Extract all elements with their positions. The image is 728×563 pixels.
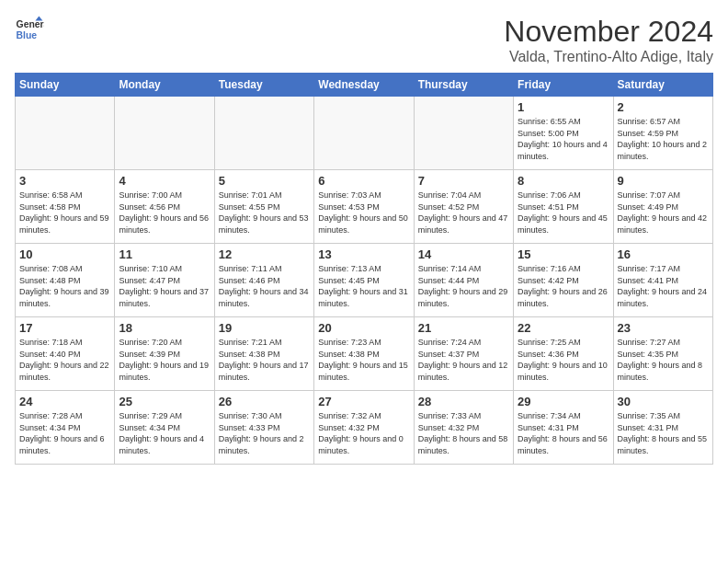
weekday-header-thursday: Thursday [414, 74, 513, 97]
day-number: 6 [318, 174, 409, 188]
day-info: Sunrise: 7:32 AM Sunset: 4:32 PM Dayligh… [318, 410, 409, 456]
calendar-cell: 14Sunrise: 7:14 AM Sunset: 4:44 PM Dayli… [414, 244, 513, 317]
weekday-header-row: SundayMondayTuesdayWednesdayThursdayFrid… [16, 74, 713, 97]
day-number: 17 [19, 321, 110, 335]
header: General Blue November 2024 Valda, Trenti… [15, 15, 713, 65]
day-info: Sunrise: 7:00 AM Sunset: 4:56 PM Dayligh… [119, 190, 210, 236]
day-number: 28 [418, 395, 509, 408]
location-title: Valda, Trentino-Alto Adige, Italy [504, 49, 713, 65]
day-info: Sunrise: 7:04 AM Sunset: 4:52 PM Dayligh… [418, 190, 509, 236]
day-info: Sunrise: 7:10 AM Sunset: 4:47 PM Dayligh… [119, 263, 210, 309]
day-info: Sunrise: 7:33 AM Sunset: 4:32 PM Dayligh… [418, 410, 509, 456]
day-info: Sunrise: 6:55 AM Sunset: 5:00 PM Dayligh… [518, 116, 609, 162]
day-info: Sunrise: 7:28 AM Sunset: 4:34 PM Dayligh… [19, 410, 110, 456]
calendar-cell: 25Sunrise: 7:29 AM Sunset: 4:34 PM Dayli… [115, 391, 214, 465]
calendar-cell: 22Sunrise: 7:25 AM Sunset: 4:36 PM Dayli… [514, 317, 613, 391]
day-number: 23 [618, 321, 709, 335]
calendar-cell: 24Sunrise: 7:28 AM Sunset: 4:34 PM Dayli… [16, 391, 115, 465]
day-info: Sunrise: 7:07 AM Sunset: 4:49 PM Dayligh… [618, 190, 709, 236]
day-number: 14 [418, 247, 509, 261]
day-number: 24 [19, 395, 110, 408]
calendar-cell: 20Sunrise: 7:23 AM Sunset: 4:38 PM Dayli… [314, 317, 414, 391]
calendar-cell: 2Sunrise: 6:57 AM Sunset: 4:59 PM Daylig… [613, 97, 712, 170]
day-number: 29 [518, 395, 609, 408]
day-number: 12 [219, 247, 310, 261]
day-info: Sunrise: 7:08 AM Sunset: 4:48 PM Dayligh… [19, 263, 110, 309]
day-info: Sunrise: 7:06 AM Sunset: 4:51 PM Dayligh… [518, 190, 609, 236]
calendar-cell: 8Sunrise: 7:06 AM Sunset: 4:51 PM Daylig… [514, 170, 613, 244]
day-info: Sunrise: 6:57 AM Sunset: 4:59 PM Dayligh… [618, 116, 709, 162]
day-info: Sunrise: 7:03 AM Sunset: 4:53 PM Dayligh… [318, 190, 409, 236]
day-number: 2 [618, 100, 709, 114]
calendar-cell [414, 97, 513, 170]
calendar-cell: 27Sunrise: 7:32 AM Sunset: 4:32 PM Dayli… [314, 391, 414, 465]
calendar-cell: 18Sunrise: 7:20 AM Sunset: 4:39 PM Dayli… [115, 317, 214, 391]
day-number: 30 [618, 395, 709, 408]
day-info: Sunrise: 7:11 AM Sunset: 4:46 PM Dayligh… [219, 263, 310, 309]
calendar-cell: 15Sunrise: 7:16 AM Sunset: 4:42 PM Dayli… [514, 244, 613, 317]
day-info: Sunrise: 7:16 AM Sunset: 4:42 PM Dayligh… [518, 263, 609, 309]
calendar-cell [115, 97, 214, 170]
week-row-1: 3Sunrise: 6:58 AM Sunset: 4:58 PM Daylig… [16, 170, 713, 244]
calendar-cell [314, 97, 414, 170]
logo: General Blue [15, 15, 44, 44]
calendar-cell [16, 97, 115, 170]
day-number: 13 [318, 247, 409, 261]
day-info: Sunrise: 7:13 AM Sunset: 4:45 PM Dayligh… [318, 263, 409, 309]
day-info: Sunrise: 7:24 AM Sunset: 4:37 PM Dayligh… [418, 337, 509, 383]
calendar-cell: 10Sunrise: 7:08 AM Sunset: 4:48 PM Dayli… [16, 244, 115, 317]
calendar-cell: 3Sunrise: 6:58 AM Sunset: 4:58 PM Daylig… [16, 170, 115, 244]
day-info: Sunrise: 7:25 AM Sunset: 4:36 PM Dayligh… [518, 337, 609, 383]
calendar-cell: 21Sunrise: 7:24 AM Sunset: 4:37 PM Dayli… [414, 317, 513, 391]
calendar-cell: 23Sunrise: 7:27 AM Sunset: 4:35 PM Dayli… [613, 317, 712, 391]
calendar-cell: 11Sunrise: 7:10 AM Sunset: 4:47 PM Dayli… [115, 244, 214, 317]
week-row-2: 10Sunrise: 7:08 AM Sunset: 4:48 PM Dayli… [16, 244, 713, 317]
day-info: Sunrise: 7:17 AM Sunset: 4:41 PM Dayligh… [618, 263, 709, 309]
day-number: 19 [219, 321, 310, 335]
month-title: November 2024 [504, 15, 713, 49]
day-number: 3 [19, 174, 110, 188]
calendar-cell: 6Sunrise: 7:03 AM Sunset: 4:53 PM Daylig… [314, 170, 414, 244]
day-number: 4 [119, 174, 210, 188]
title-block: November 2024 Valda, Trentino-Alto Adige… [504, 15, 713, 65]
calendar-cell: 1Sunrise: 6:55 AM Sunset: 5:00 PM Daylig… [514, 97, 613, 170]
day-info: Sunrise: 7:34 AM Sunset: 4:31 PM Dayligh… [518, 410, 609, 456]
day-number: 5 [219, 174, 310, 188]
week-row-0: 1Sunrise: 6:55 AM Sunset: 5:00 PM Daylig… [16, 97, 713, 170]
calendar-cell: 12Sunrise: 7:11 AM Sunset: 4:46 PM Dayli… [214, 244, 313, 317]
weekday-header-tuesday: Tuesday [214, 74, 313, 97]
day-number: 21 [418, 321, 509, 335]
day-number: 8 [518, 174, 609, 188]
day-info: Sunrise: 7:20 AM Sunset: 4:39 PM Dayligh… [119, 337, 210, 383]
weekday-header-sunday: Sunday [16, 74, 115, 97]
calendar-cell [214, 97, 313, 170]
day-number: 7 [418, 174, 509, 188]
day-number: 1 [518, 100, 609, 114]
weekday-header-friday: Friday [514, 74, 613, 97]
weekday-header-wednesday: Wednesday [314, 74, 414, 97]
day-number: 11 [119, 247, 210, 261]
day-info: Sunrise: 7:18 AM Sunset: 4:40 PM Dayligh… [19, 337, 110, 383]
day-info: Sunrise: 7:29 AM Sunset: 4:34 PM Dayligh… [119, 410, 210, 456]
calendar-cell: 5Sunrise: 7:01 AM Sunset: 4:55 PM Daylig… [214, 170, 313, 244]
calendar-cell: 4Sunrise: 7:00 AM Sunset: 4:56 PM Daylig… [115, 170, 214, 244]
calendar-cell: 30Sunrise: 7:35 AM Sunset: 4:31 PM Dayli… [613, 391, 712, 465]
day-info: Sunrise: 7:30 AM Sunset: 4:33 PM Dayligh… [219, 410, 310, 456]
calendar-cell: 29Sunrise: 7:34 AM Sunset: 4:31 PM Dayli… [514, 391, 613, 465]
week-row-4: 24Sunrise: 7:28 AM Sunset: 4:34 PM Dayli… [16, 391, 713, 465]
day-number: 10 [19, 247, 110, 261]
day-info: Sunrise: 7:21 AM Sunset: 4:38 PM Dayligh… [219, 337, 310, 383]
calendar-cell: 26Sunrise: 7:30 AM Sunset: 4:33 PM Dayli… [214, 391, 313, 465]
day-info: Sunrise: 7:27 AM Sunset: 4:35 PM Dayligh… [618, 337, 709, 383]
day-number: 26 [219, 395, 310, 408]
calendar-cell: 17Sunrise: 7:18 AM Sunset: 4:40 PM Dayli… [16, 317, 115, 391]
day-number: 15 [518, 247, 609, 261]
day-info: Sunrise: 7:35 AM Sunset: 4:31 PM Dayligh… [618, 410, 709, 456]
svg-text:General: General [17, 19, 44, 29]
week-row-3: 17Sunrise: 7:18 AM Sunset: 4:40 PM Dayli… [16, 317, 713, 391]
calendar-cell: 7Sunrise: 7:04 AM Sunset: 4:52 PM Daylig… [414, 170, 513, 244]
day-number: 22 [518, 321, 609, 335]
day-info: Sunrise: 6:58 AM Sunset: 4:58 PM Dayligh… [19, 190, 110, 236]
svg-text:Blue: Blue [17, 30, 38, 40]
calendar-cell: 9Sunrise: 7:07 AM Sunset: 4:49 PM Daylig… [613, 170, 712, 244]
